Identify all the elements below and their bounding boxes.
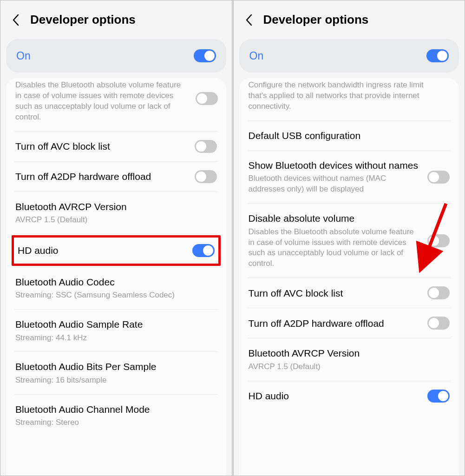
- item-avc-block-list[interactable]: Turn off AVC block list: [248, 278, 451, 308]
- master-toggle-label: On: [249, 50, 264, 62]
- toggle-hd-audio[interactable]: [427, 390, 450, 403]
- partial-desc: Configure the network bandwidth ingress …: [248, 78, 451, 120]
- settings-list[interactable]: Disables the Bluetooth absolute volume f…: [6, 78, 226, 476]
- partial-desc: Disables the Bluetooth absolute volume f…: [14, 78, 188, 131]
- toggle-absolute-volume[interactable]: [427, 234, 450, 247]
- toggle-a2dp[interactable]: [427, 317, 450, 330]
- item-bt-channel[interactable]: Bluetooth Audio Channel Mode Streaming: …: [14, 395, 218, 430]
- partial-item-absolute-volume[interactable]: Disables the Bluetooth absolute volume f…: [14, 78, 218, 131]
- highlight-hd-audio: HD audio: [12, 235, 221, 266]
- toggle-a2dp[interactable]: [195, 170, 217, 183]
- page-title: Developer options: [30, 13, 136, 27]
- item-avc-block-list[interactable]: Turn off AVC block list: [14, 132, 218, 161]
- toggle-avc[interactable]: [427, 286, 450, 299]
- chevron-left-icon: [12, 13, 20, 26]
- item-bt-codec[interactable]: Bluetooth Audio Codec Streaming: SSC (Sa…: [14, 267, 218, 309]
- master-toggle-label: On: [16, 50, 31, 62]
- header: Developer options: [234, 0, 465, 35]
- item-bt-sample-rate[interactable]: Bluetooth Audio Sample Rate Streaming: 4…: [14, 310, 218, 351]
- item-bt-without-names[interactable]: Show Bluetooth devices without names Blu…: [248, 151, 451, 203]
- item-avrcp-version[interactable]: Bluetooth AVRCP Version AVRCP 1.5 (Defau…: [14, 192, 218, 234]
- chevron-left-icon: [245, 13, 254, 26]
- back-button[interactable]: [244, 14, 255, 26]
- master-toggle[interactable]: [426, 49, 449, 62]
- screen-right: Developer options On Configure the netwo…: [233, 0, 465, 476]
- master-toggle-card[interactable]: On: [6, 39, 226, 73]
- screen-left: Developer options On Disables the Blueto…: [0, 0, 232, 476]
- toggle-hd-audio[interactable]: [192, 244, 215, 257]
- item-avrcp-version[interactable]: Bluetooth AVRCP Version AVRCP 1.5 (Defau…: [248, 338, 451, 380]
- master-toggle[interactable]: [194, 49, 216, 62]
- item-disable-absolute-volume[interactable]: Disable absolute volume Disables the Blu…: [248, 204, 451, 278]
- toggle-avc[interactable]: [195, 140, 217, 153]
- toggle-bt-without-names[interactable]: [427, 171, 450, 184]
- item-a2dp-offload[interactable]: Turn off A2DP hardware offload: [248, 308, 451, 338]
- item-a2dp-offload[interactable]: Turn off A2DP hardware offload: [14, 162, 218, 192]
- header: Developer options: [0, 0, 232, 35]
- item-bt-bits[interactable]: Bluetooth Audio Bits Per Sample Streamin…: [14, 352, 218, 394]
- back-button[interactable]: [11, 14, 22, 26]
- master-toggle-card[interactable]: On: [239, 39, 459, 73]
- settings-list[interactable]: Configure the network bandwidth ingress …: [239, 78, 459, 476]
- item-default-usb[interactable]: Default USB configuration: [248, 121, 451, 150]
- toggle-absolute-volume-partial[interactable]: [196, 92, 218, 105]
- page-title: Developer options: [263, 13, 369, 27]
- item-hd-audio[interactable]: HD audio: [248, 381, 451, 406]
- item-hd-audio[interactable]: HD audio: [17, 238, 216, 264]
